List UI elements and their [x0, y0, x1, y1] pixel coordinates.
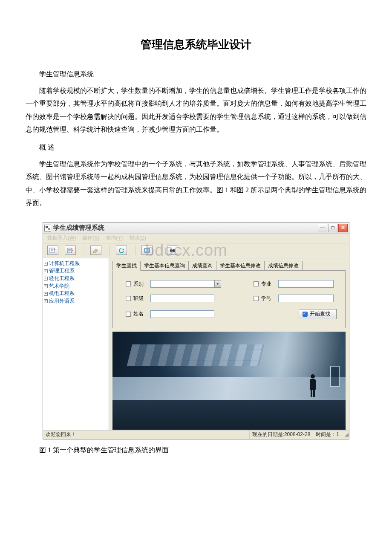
tree-item-mech[interactable]: +机电工程系	[44, 290, 108, 298]
tab-score-modify[interactable]: 成绩信息修改	[264, 261, 303, 271]
svg-rect-2	[144, 249, 150, 252]
major-label: 专业	[261, 281, 271, 288]
expand-icon[interactable]: +	[44, 262, 48, 266]
check-icon	[303, 312, 308, 317]
toolbar: bdocx.com	[43, 243, 349, 258]
watermark: bdocx.com	[145, 240, 228, 261]
expand-icon[interactable]: +	[44, 269, 48, 273]
toolbar-btn-4[interactable]	[116, 246, 127, 255]
toolbar-btn-3[interactable]	[90, 246, 101, 255]
section-label-1: 学生管理信息系统	[26, 68, 366, 81]
status-time: 时间是：1	[313, 431, 342, 439]
toolbar-btn-1[interactable]	[47, 246, 58, 255]
card-icon	[144, 247, 150, 253]
resize-grip-icon[interactable]: ◢	[342, 431, 349, 439]
expand-icon[interactable]: +	[44, 292, 48, 296]
svg-rect-6	[172, 250, 173, 251]
tab-basic-modify[interactable]: 学生基本信息修改	[216, 261, 265, 271]
sid-input[interactable]	[278, 295, 334, 302]
major-checkbox[interactable]	[254, 281, 259, 286]
class-label: 班级	[133, 295, 144, 302]
menu-help[interactable]: 帮助(Z)	[129, 235, 146, 242]
sid-label: 学号	[261, 295, 271, 302]
class-checkbox[interactable]	[126, 296, 131, 301]
tree-item-art[interactable]: +艺术学院	[44, 283, 108, 290]
dept-label: 系别	[133, 281, 144, 288]
name-input[interactable]	[150, 310, 214, 318]
minimize-button[interactable]: —	[318, 224, 327, 232]
sid-checkbox[interactable]	[254, 296, 259, 301]
toolbar-btn-6[interactable]	[167, 246, 178, 255]
tree-item-lang[interactable]: +应用外语系	[44, 298, 108, 305]
refresh-icon	[118, 247, 125, 253]
tab-student-search[interactable]: 学生查找	[112, 261, 141, 271]
expand-icon[interactable]: +	[44, 284, 48, 288]
svg-rect-3	[145, 249, 147, 251]
section-label-2: 概 述	[26, 141, 366, 154]
menubar: 数据录入(W) 操作(X) 查询(Y) 帮助(Z)	[43, 234, 349, 243]
class-input[interactable]	[150, 295, 214, 302]
binoculars-icon	[169, 247, 176, 253]
titlebar: 学生成绩管理系统 — □ ✕	[43, 223, 349, 234]
dept-checkbox[interactable]	[126, 281, 131, 286]
statusbar	[109, 430, 349, 430]
app-icon	[44, 225, 51, 231]
tab-score-query[interactable]: 成绩查询	[188, 261, 216, 271]
page-title: 管理信息系统毕业设计	[26, 34, 366, 55]
figure-1-caption: 图 1 第一个典型的学生管理信息系统的界面	[26, 444, 366, 457]
search-button[interactable]: 开始查找	[299, 309, 337, 319]
tree-item-cs[interactable]: +计算机工程系	[44, 260, 108, 268]
menu-operate[interactable]: 操作(X)	[82, 235, 99, 242]
decorative-image	[112, 332, 346, 430]
menu-query[interactable]: 查询(Y)	[106, 235, 123, 242]
dept-input[interactable]	[150, 280, 214, 288]
document-add-icon	[67, 247, 74, 253]
statusbar: 欢迎您回来！ 现在的日期是:2008-02-28 时间是：1 ◢	[43, 430, 349, 439]
tree-item-chem[interactable]: +轻化工程系	[44, 275, 108, 283]
name-label: 姓名	[133, 311, 144, 318]
tabs: 学生查找 学生基本信息查询 成绩查询 学生基本信息修改 成绩信息修改	[112, 261, 349, 271]
status-welcome: 欢迎您回来！	[43, 431, 250, 439]
window-title: 学生成绩管理系统	[53, 224, 318, 232]
name-checkbox[interactable]	[126, 312, 131, 317]
toolbar-btn-5[interactable]	[141, 246, 153, 255]
toolbar-btn-2[interactable]	[65, 246, 76, 255]
paragraph-2: 学生管理信息系统作为学校管理中的一个子系统，与其他子系统，如教学管理系统、人事管…	[26, 158, 366, 210]
dept-dropdown-button[interactable]: ▼	[214, 280, 221, 288]
menu-data[interactable]: 数据录入(W)	[47, 235, 76, 242]
tree-item-mgmt[interactable]: +管理工程系	[44, 267, 108, 275]
status-date: 现在的日期是:2008-02-28	[250, 431, 314, 439]
major-input[interactable]	[278, 280, 334, 288]
pencil-edit-icon	[92, 247, 99, 253]
expand-icon[interactable]: +	[44, 277, 48, 280]
document-edit-icon	[49, 247, 56, 253]
app-window: 学生成绩管理系统 — □ ✕ 数据录入(W) 操作(X) 查询(Y) 帮助(Z)	[43, 222, 349, 439]
expand-icon[interactable]: +	[44, 299, 48, 303]
tree-panel: +计算机工程系 +管理工程系 +轻化工程系 +艺术学院 +机电工程系 +应用外语…	[43, 258, 109, 430]
search-form: 系别 ▼ 专业 班级 学号 姓名	[112, 270, 346, 328]
paragraph-1: 随着学校规模的不断扩大，学生数量的不断增加，学生的信息量也成倍增长。学生管理工作…	[26, 84, 366, 136]
maximize-button[interactable]: □	[328, 224, 337, 232]
close-button[interactable]: ✕	[338, 224, 348, 232]
tab-basic-query[interactable]: 学生基本信息查询	[140, 261, 189, 271]
